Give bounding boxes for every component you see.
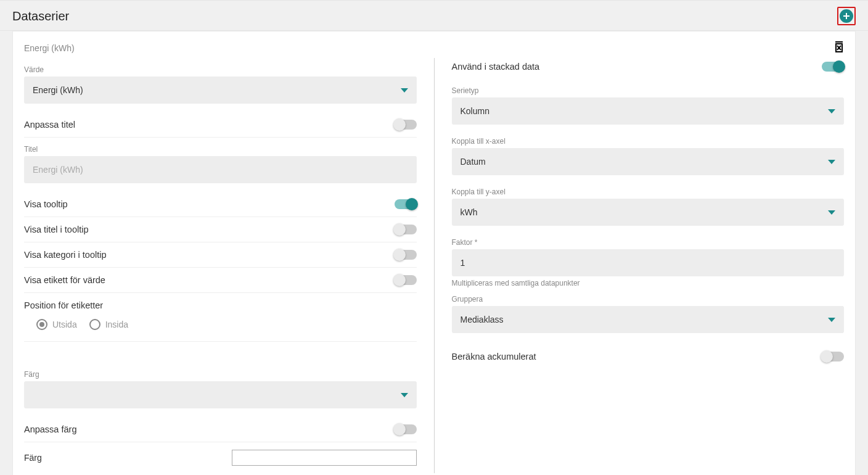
custom-title-label: Anpassa titel bbox=[24, 120, 75, 130]
calc-accum-row: Beräkna ackumulerat bbox=[452, 344, 845, 369]
delete-series-button[interactable] bbox=[834, 41, 844, 54]
custom-title-row: Anpassa titel bbox=[24, 112, 417, 138]
title-input[interactable]: Energi (kWh) bbox=[24, 156, 417, 183]
show-category-tooltip-label: Visa kategori i tooltip bbox=[24, 250, 107, 260]
show-value-label-toggle[interactable] bbox=[395, 275, 417, 285]
serietype-text: Kolumn bbox=[461, 106, 489, 116]
chevron-down-icon bbox=[401, 85, 408, 95]
color-input[interactable] bbox=[232, 450, 417, 466]
series-panel: Energi (kWh) Värde Energi (kWh) bbox=[12, 31, 856, 475]
show-value-label-text: Visa etikett för värde bbox=[24, 275, 105, 285]
radio-inside[interactable]: Insida bbox=[89, 319, 128, 330]
value-label: Värde bbox=[24, 65, 417, 74]
radio-outside-label: Utsida bbox=[52, 320, 77, 329]
show-title-tooltip-label: Visa titel i tooltip bbox=[24, 225, 89, 234]
color-field-row: Färg bbox=[24, 442, 417, 473]
use-stacked-toggle[interactable] bbox=[822, 62, 844, 72]
custom-color-toggle[interactable] bbox=[395, 424, 417, 434]
show-title-tooltip-toggle[interactable] bbox=[395, 225, 417, 234]
show-title-tooltip-row: Visa titel i tooltip bbox=[24, 217, 417, 242]
show-tooltip-toggle[interactable] bbox=[395, 199, 417, 209]
group-text: Mediaklass bbox=[461, 315, 504, 324]
series-name: Energi (kWh) bbox=[24, 43, 75, 53]
show-tooltip-label: Visa tooltip bbox=[24, 199, 68, 209]
factor-label: Faktor * bbox=[452, 238, 845, 247]
left-column: Värde Energi (kWh) Anpassa titel Titel E… bbox=[24, 58, 434, 473]
group-select[interactable]: Mediaklass bbox=[452, 306, 845, 333]
show-category-tooltip-toggle[interactable] bbox=[395, 250, 417, 260]
section-header: Dataserier bbox=[0, 0, 868, 31]
xaxis-text: Datum bbox=[461, 157, 486, 167]
chevron-down-icon bbox=[828, 106, 835, 116]
radio-circle-icon bbox=[36, 319, 47, 330]
svg-rect-3 bbox=[838, 41, 840, 42]
radio-inside-label: Insida bbox=[105, 320, 128, 329]
yaxis-label: Koppla till y-axel bbox=[452, 188, 845, 196]
factor-hint: Multipliceras med samtliga datapunkter bbox=[452, 279, 845, 287]
label-position-radios: Utsida Insida bbox=[24, 313, 417, 342]
xaxis-select[interactable]: Datum bbox=[452, 148, 845, 175]
value-select-text: Energi (kWh) bbox=[33, 85, 83, 95]
chevron-down-icon bbox=[828, 207, 835, 217]
section-title: Dataserier bbox=[12, 9, 69, 23]
value-select[interactable]: Energi (kWh) bbox=[24, 76, 417, 104]
group-label: Gruppera bbox=[452, 295, 845, 304]
title-label: Titel bbox=[24, 145, 417, 154]
radio-outside[interactable]: Utsida bbox=[36, 319, 77, 330]
trash-icon bbox=[834, 41, 844, 52]
custom-color-row: Anpassa färg bbox=[24, 417, 417, 442]
yaxis-select[interactable]: kWh bbox=[452, 199, 845, 226]
custom-title-toggle[interactable] bbox=[395, 120, 417, 130]
use-stacked-row: Använd i stackad data bbox=[452, 58, 845, 79]
show-tooltip-row: Visa tooltip bbox=[24, 192, 417, 217]
color-select[interactable] bbox=[24, 381, 417, 408]
color-dropdown-label: Färg bbox=[24, 370, 417, 379]
svg-rect-1 bbox=[843, 15, 850, 17]
serietype-select[interactable]: Kolumn bbox=[452, 97, 845, 125]
add-series-button[interactable] bbox=[840, 9, 853, 23]
add-button-highlight bbox=[837, 7, 856, 25]
color-field-label: Färg bbox=[24, 453, 42, 463]
calc-accum-toggle[interactable] bbox=[822, 352, 844, 361]
label-position-label: Position för etiketter bbox=[24, 300, 417, 310]
xaxis-label: Koppla till x-axel bbox=[452, 137, 845, 146]
plus-icon bbox=[842, 12, 851, 20]
use-stacked-label: Använd i stackad data bbox=[452, 62, 540, 72]
chevron-down-icon bbox=[828, 315, 835, 324]
chevron-down-icon bbox=[401, 390, 408, 400]
radio-circle-icon bbox=[89, 319, 100, 330]
show-category-tooltip-row: Visa kategori i tooltip bbox=[24, 242, 417, 268]
serietype-label: Serietyp bbox=[452, 86, 845, 95]
right-column: Använd i stackad data Serietyp Kolumn Ko… bbox=[434, 58, 845, 473]
factor-input[interactable]: 1 bbox=[452, 249, 845, 276]
factor-value: 1 bbox=[461, 258, 465, 268]
show-value-label-row: Visa etikett för värde bbox=[24, 268, 417, 293]
panel-header: Energi (kWh) bbox=[24, 41, 844, 54]
chevron-down-icon bbox=[828, 157, 835, 167]
title-placeholder: Energi (kWh) bbox=[33, 165, 83, 175]
custom-color-label: Anpassa färg bbox=[24, 424, 76, 434]
calc-accum-label: Beräkna ackumulerat bbox=[452, 352, 536, 361]
yaxis-text: kWh bbox=[461, 207, 478, 217]
